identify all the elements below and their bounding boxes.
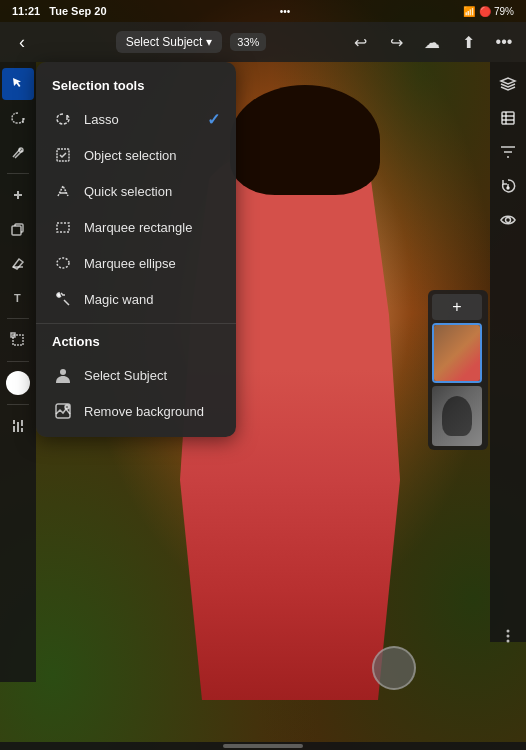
marquee-ellipse-icon (52, 252, 74, 274)
menu-item-magic-wand[interactable]: Magic wand (36, 281, 236, 317)
magic-wand-icon (52, 288, 74, 310)
menu-item-lasso[interactable]: Lasso ✓ (36, 101, 236, 137)
lasso-check: ✓ (207, 110, 220, 129)
person-hair (230, 85, 380, 195)
toolbar-left: ‹ (8, 28, 36, 56)
back-button[interactable]: ‹ (8, 28, 36, 56)
add-layer-button[interactable]: + (432, 294, 482, 320)
bottom-bar (0, 742, 526, 750)
quick-selection-icon (52, 180, 74, 202)
svg-point-32 (65, 405, 69, 409)
quick-selection-label: Quick selection (84, 184, 220, 199)
tool-settings[interactable] (2, 410, 34, 442)
layer-thumbnail-2[interactable] (432, 386, 482, 446)
menu-item-marquee-rectangle[interactable]: Marquee rectangle (36, 209, 236, 245)
svg-text:T: T (14, 292, 21, 304)
toolbar-right: ↩ ↪ ☁ ⬆ ••• (346, 28, 518, 56)
tool-brush[interactable] (2, 136, 34, 168)
tool-divider-1 (7, 173, 29, 174)
dropdown-arrow-icon: ▾ (206, 35, 212, 49)
lasso-label: Lasso (84, 112, 197, 127)
svg-line-28 (64, 300, 69, 305)
history-button[interactable] (492, 170, 524, 202)
top-toolbar: ‹ Select Subject ▾ 33% ↩ ↪ ☁ ⬆ ••• (0, 22, 526, 62)
select-subject-label: Select Subject (126, 35, 203, 49)
svg-point-19 (506, 218, 511, 223)
object-selection-icon (52, 144, 74, 166)
layers-panel: + (428, 290, 488, 450)
right-more-button[interactable] (492, 436, 524, 636)
svg-point-30 (60, 369, 66, 375)
more-button[interactable]: ••• (490, 28, 518, 56)
svg-point-22 (507, 640, 510, 643)
select-subject-button[interactable]: Select Subject ▾ (116, 31, 223, 53)
menu-item-object-selection[interactable]: Object selection (36, 137, 236, 173)
magic-wand-label: Magic wand (84, 292, 220, 307)
selection-tools-title: Selection tools (36, 74, 236, 101)
adjustments-button[interactable] (492, 102, 524, 134)
status-time: 11:21 Tue Sep 20 (12, 5, 107, 17)
eye-button[interactable] (492, 204, 524, 236)
svg-rect-2 (12, 226, 21, 235)
svg-point-20 (507, 630, 510, 633)
tool-text[interactable]: T (2, 281, 34, 313)
remove-background-icon (52, 400, 74, 422)
object-selection-label: Object selection (84, 148, 220, 163)
layer-thumb-mask (432, 386, 482, 446)
redo-button[interactable]: ↪ (382, 28, 410, 56)
cloud-button[interactable]: ☁ (418, 28, 446, 56)
svg-rect-13 (502, 112, 514, 124)
left-tool-panel: T (0, 62, 36, 682)
menu-item-quick-selection[interactable]: Quick selection (36, 173, 236, 209)
menu-divider (36, 323, 236, 324)
tool-lasso[interactable] (2, 102, 34, 134)
battery-icon: 🔴 79% (479, 6, 514, 17)
tool-selection[interactable] (2, 68, 34, 100)
marquee-rectangle-label: Marquee rectangle (84, 220, 220, 235)
tool-divider-2 (7, 318, 29, 319)
layers-button[interactable] (492, 68, 524, 100)
tool-divider-3 (7, 361, 29, 362)
tool-divider-4 (7, 404, 29, 405)
actions-title: Actions (36, 330, 236, 357)
remove-background-action-label: Remove background (84, 404, 204, 419)
layer-mask-shape (442, 396, 472, 436)
color-picker[interactable] (6, 371, 30, 395)
right-panel (490, 62, 526, 642)
zoom-level[interactable]: 33% (230, 33, 266, 51)
marquee-rectangle-icon (52, 216, 74, 238)
selection-menu: Selection tools Lasso ✓ Object selection (36, 62, 236, 437)
menu-item-marquee-ellipse[interactable]: Marquee ellipse (36, 245, 236, 281)
toolbar-center: Select Subject ▾ 33% (116, 31, 267, 53)
zoom-handle[interactable] (372, 646, 416, 690)
svg-point-21 (507, 635, 510, 638)
svg-point-18 (507, 187, 509, 189)
filters-button[interactable] (492, 136, 524, 168)
layer-thumb-bg (434, 325, 480, 381)
menu-item-select-subject[interactable]: Select Subject (36, 357, 236, 393)
svg-point-27 (57, 258, 69, 268)
svg-point-29 (58, 294, 60, 296)
lasso-icon (52, 108, 74, 130)
wifi-icon: 📶 (463, 6, 475, 17)
status-bar: 11:21 Tue Sep 20 ••• 📶 🔴 79% (0, 0, 526, 22)
select-subject-icon (52, 364, 74, 386)
svg-rect-26 (57, 223, 69, 232)
tool-eraser[interactable] (2, 247, 34, 279)
tool-clone[interactable] (2, 213, 34, 245)
menu-item-remove-background[interactable]: Remove background (36, 393, 236, 429)
marquee-ellipse-label: Marquee ellipse (84, 256, 220, 271)
undo-button[interactable]: ↩ (346, 28, 374, 56)
layer-thumbnail-1[interactable] (432, 323, 482, 383)
status-dots: ••• (280, 6, 291, 17)
tool-transform[interactable] (2, 324, 34, 356)
scroll-indicator (223, 744, 303, 748)
select-subject-action-label: Select Subject (84, 368, 167, 383)
status-indicators: 📶 🔴 79% (463, 6, 514, 17)
tool-heal[interactable] (2, 179, 34, 211)
share-button[interactable]: ⬆ (454, 28, 482, 56)
